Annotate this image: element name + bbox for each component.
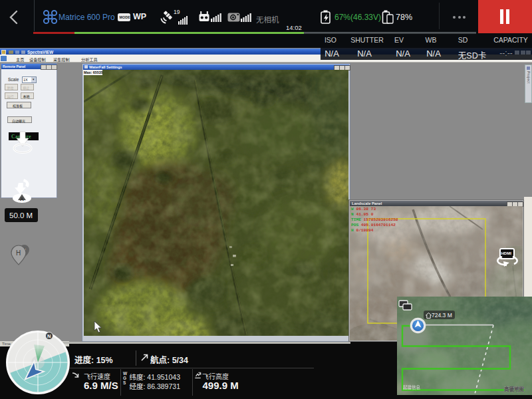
svg-text:高德地图: 高德地图 — [504, 386, 524, 392]
svg-text:N: N — [47, 333, 51, 339]
svg-text:H: H — [16, 249, 21, 257]
svg-text:A: A — [20, 196, 24, 202]
svg-text:起建信息: 起建信息 — [403, 384, 421, 390]
